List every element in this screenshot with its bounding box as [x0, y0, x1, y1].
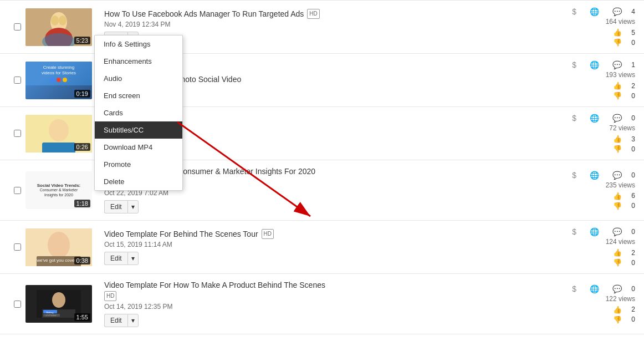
video-title: Video Template For Behind The Scenes Tou…	[104, 229, 546, 239]
hd-badge: HD	[262, 229, 274, 239]
dropdown-button[interactable]: ▾	[127, 252, 139, 265]
dislike-count: 0	[624, 316, 635, 323]
comment-pair: 💬 0	[612, 114, 635, 123]
menu-item-enhancements[interactable]: Enhancements	[95, 53, 182, 70]
comment-icon: 💬	[612, 114, 622, 123]
thumbnail: Making of a Product 1:55	[25, 285, 92, 323]
like-count: 5	[624, 29, 635, 37]
like-pair: 👍 6	[613, 192, 635, 200]
thumb-duration: 1:55	[74, 313, 90, 321]
comment-count: 0	[624, 228, 635, 236]
thumbnail-col: 5:23	[25, 8, 98, 46]
comment-count: 0	[624, 285, 635, 293]
thumbs-stat: 👍 5	[613, 28, 635, 37]
row-checkbox[interactable]	[14, 243, 21, 251]
dollar-pair: $	[572, 171, 576, 180]
row-checkbox[interactable]	[14, 130, 21, 137]
dislike-icon: 👎	[613, 145, 622, 153]
dropdown-button[interactable]: ▾	[127, 200, 139, 213]
row-checkbox-col	[9, 187, 25, 194]
hd-badge: HD	[104, 291, 116, 301]
dislike-pair: 👎 0	[613, 91, 635, 100]
row-checkbox[interactable]	[14, 301, 21, 308]
thumb-text: Create stunningvideos for Stories	[42, 65, 76, 77]
menu-item-delete[interactable]: Delete	[95, 173, 182, 190]
thumbs-stat: 👍 2	[613, 82, 635, 90]
svg-text:Making: Making	[47, 311, 54, 314]
menu-item-download[interactable]: Download MP4	[95, 139, 182, 156]
menu-item-info[interactable]: Info & Settings	[95, 35, 182, 53]
stats-col: $ 🌐 💬 0 124 views 👍 2	[546, 227, 635, 267]
edit-button[interactable]: Edit	[104, 314, 127, 327]
thumbnail: 5:23	[25, 8, 92, 46]
thumb-duration: 5:23	[74, 37, 90, 44]
like-icon: 👍	[613, 192, 622, 200]
thumb-duration: 0:26	[74, 143, 90, 151]
menu-item-cards[interactable]: Cards	[95, 104, 182, 121]
row-checkbox-col	[9, 243, 25, 251]
svg-point-7	[49, 119, 69, 141]
stat-group: $ 🌐 💬 0 124 views 👍 2	[572, 227, 635, 267]
views-text: 235 views	[606, 181, 635, 189]
globe-icon: 🌐	[590, 7, 599, 16]
thumbnail-col: we've got you covered 0:38	[25, 228, 98, 266]
menu-item-promote[interactable]: Promote	[95, 156, 182, 173]
row-checkbox[interactable]	[14, 77, 21, 84]
edit-button[interactable]: Edit	[104, 200, 127, 213]
dislike-stat: 👎 0	[613, 258, 635, 267]
edit-button[interactable]: Edit	[104, 252, 127, 265]
video-row: 5:23 How To Use Facebook Ads Manager To …	[0, 0, 644, 54]
row-checkbox-col	[9, 23, 25, 30]
dollar-pair: $	[572, 284, 576, 293]
row-checkbox[interactable]	[14, 23, 21, 30]
dislike-pair: 👎 0	[613, 202, 635, 210]
like-count: 2	[624, 306, 635, 313]
dropdown-button[interactable]: ▾	[127, 314, 139, 327]
svg-point-4	[59, 16, 67, 26]
dislike-count: 0	[624, 39, 635, 47]
menu-item-endscreen[interactable]: End screen	[95, 87, 182, 104]
dislike-icon: 👎	[613, 316, 622, 324]
comment-pair: 💬 0	[612, 227, 635, 236]
dislike-stat: 👎 0	[613, 316, 635, 324]
inline-stat: $ 🌐 💬 0	[572, 284, 635, 293]
stat-group: $ 🌐 💬 1 193 views 👍 2	[572, 60, 635, 100]
like-icon: 👍	[613, 306, 622, 314]
thumbnail: we've got you covered 0:38	[25, 228, 92, 266]
thumbnail-col: Making of a Product 1:55	[25, 285, 98, 323]
comment-count: 0	[624, 114, 635, 122]
svg-point-10	[48, 232, 70, 258]
row-checkbox-col	[9, 301, 25, 308]
menu-item-subtitles[interactable]: Subtitles/CC	[95, 121, 182, 139]
inline-stat: $ 🌐 💬 4	[572, 7, 635, 16]
row-checkbox[interactable]	[14, 187, 21, 194]
comment-icon: 💬	[612, 60, 622, 69]
stats-col: $ 🌐 💬 4 164 views 👍 5	[546, 7, 635, 47]
like-icon: 👍	[613, 82, 622, 90]
dislike-pair: 👎 0	[613, 316, 635, 324]
dropdown-menu: Info & Settings Enhancements Audio End s…	[94, 35, 183, 191]
video-title-text: Video Template For Behind The Scenes Tou…	[104, 230, 258, 238]
dislike-stat: 👎 0	[613, 145, 635, 153]
inline-stat: $ 🌐 💬 1	[572, 60, 635, 69]
thumbnail: Social Video Trends:Consumer & MarketerI…	[25, 171, 92, 209]
dollar-icon: $	[572, 114, 576, 123]
comment-count: 1	[624, 61, 635, 69]
thumb-content: Create stunningvideos for Stories	[25, 62, 92, 86]
dislike-icon: 👎	[613, 38, 622, 47]
stats-col: $ 🌐 💬 1 193 views 👍 2	[546, 60, 635, 100]
views-text: 72 views	[609, 124, 635, 132]
edit-btn-group: Edit ▾	[104, 200, 546, 213]
like-pair: 👍 5	[613, 28, 635, 37]
video-title: How To Use Facebook Ads Manager To Run T…	[104, 9, 546, 19]
inline-stat: $ 🌐 💬 0	[572, 114, 635, 123]
globe-icon: 🌐	[590, 171, 599, 180]
stats-col: $ 🌐 💬 0 72 views 👍 3	[546, 114, 635, 153]
thumb-duration: 0:19	[74, 90, 90, 98]
video-title-text: How To Use Facebook Ads Manager To Run T…	[104, 9, 304, 18]
inline-stat: $ 🌐 💬 0	[572, 227, 635, 236]
like-pair: 👍 3	[613, 135, 635, 143]
stat-group: $ 🌐 💬 0 122 views 👍 2	[572, 284, 635, 324]
edit-btn-group: Edit ▾	[104, 252, 546, 265]
menu-item-audio[interactable]: Audio	[95, 70, 182, 87]
